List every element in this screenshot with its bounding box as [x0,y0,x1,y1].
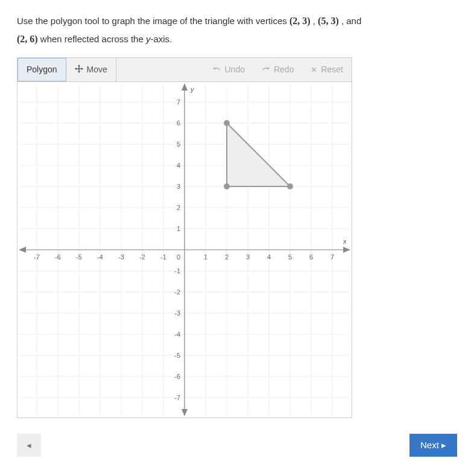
svg-marker-41 [19,247,26,253]
svg-text:6: 6 [309,253,313,261]
svg-text:5: 5 [177,141,180,148]
svg-marker-4 [75,68,77,70]
svg-text:-2: -2 [139,253,145,261]
svg-text:-5: -5 [76,253,82,261]
svg-marker-3 [78,71,80,73]
svg-text:-3: -3 [118,253,124,261]
footer-nav: ◂ Next ▸ [17,434,457,457]
svg-text:0: 0 [177,253,180,261]
svg-marker-42 [182,83,188,90]
svg-text:-1: -1 [174,267,180,274]
svg-marker-7 [268,67,270,69]
svg-marker-75 [227,123,290,186]
svg-text:-4: -4 [97,253,103,261]
move-label: Move [87,65,107,74]
next-button[interactable]: Next ▸ [409,434,457,457]
svg-text:1: 1 [177,225,180,232]
redo-label: Redo [274,65,294,74]
svg-point-77 [287,183,293,189]
coordinate-plane[interactable]: -7-6-5-4-3-2-101234567-7-6-5-4-3-2-11234… [17,82,352,417]
svg-text:4: 4 [267,253,271,261]
svg-text:-4: -4 [174,331,180,338]
coordinate-plane-svg: -7-6-5-4-3-2-101234567-7-6-5-4-3-2-11234… [17,82,352,417]
reset-label: Reset [321,65,343,74]
vertex-2: (5, 3) [318,16,339,26]
svg-text:-5: -5 [174,352,180,359]
svg-text:5: 5 [288,253,292,261]
svg-text:7: 7 [177,98,180,106]
svg-text:-6: -6 [55,253,61,261]
prev-icon: ◂ [27,440,31,450]
svg-text:2: 2 [177,204,180,211]
svg-text:2: 2 [225,253,229,261]
svg-text:x: x [343,238,347,245]
redo-button[interactable]: Redo [253,58,302,81]
svg-marker-6 [213,67,215,69]
svg-text:-6: -6 [174,373,180,380]
question-prompt: Use the polygon tool to graph the image … [17,12,457,49]
svg-text:-7: -7 [174,394,180,401]
sep-1: , [313,16,318,26]
svg-text:y: y [190,86,195,93]
next-label: Next ▸ [420,440,446,450]
undo-icon [212,65,221,74]
svg-text:-1: -1 [160,253,166,261]
svg-text:7: 7 [330,253,334,261]
svg-text:3: 3 [177,183,180,190]
prompt-text-1: Use the polygon tool to graph the image … [17,16,289,26]
redo-icon [262,65,270,74]
vertex-1: (2, 3) [289,16,311,26]
svg-marker-2 [78,65,80,66]
move-tool-button[interactable]: Move [66,58,116,81]
toolbar: Polygon Move Undo Redo ✕ Reset [17,58,352,82]
svg-text:6: 6 [177,119,180,127]
prompt-text-2a: when reflected across the [40,34,146,44]
vertex-3: (2, 6) [17,34,38,44]
reset-button[interactable]: ✕ Reset [302,58,352,81]
svg-text:1: 1 [204,253,207,261]
prompt-text-2b: -axis. [150,34,172,44]
svg-marker-43 [182,409,188,416]
svg-point-78 [224,120,230,126]
polygon-tool-button[interactable]: Polygon [17,58,66,81]
svg-text:3: 3 [246,253,250,261]
reset-icon: ✕ [311,65,317,74]
undo-button[interactable]: Undo [204,58,253,81]
svg-text:-3: -3 [174,309,180,317]
prev-button[interactable]: ◂ [17,434,41,457]
sep-2: , and [341,16,361,26]
move-icon [75,65,83,75]
graph-tool: Polygon Move Undo Redo ✕ Reset -7-6-5-4-… [17,57,352,418]
svg-text:4: 4 [177,162,180,169]
polygon-label: Polygon [27,65,57,74]
svg-text:-2: -2 [174,288,180,296]
svg-marker-40 [343,247,350,253]
svg-point-76 [224,183,230,189]
svg-text:-7: -7 [34,253,40,261]
svg-marker-5 [81,68,83,70]
undo-label: Undo [224,65,244,74]
